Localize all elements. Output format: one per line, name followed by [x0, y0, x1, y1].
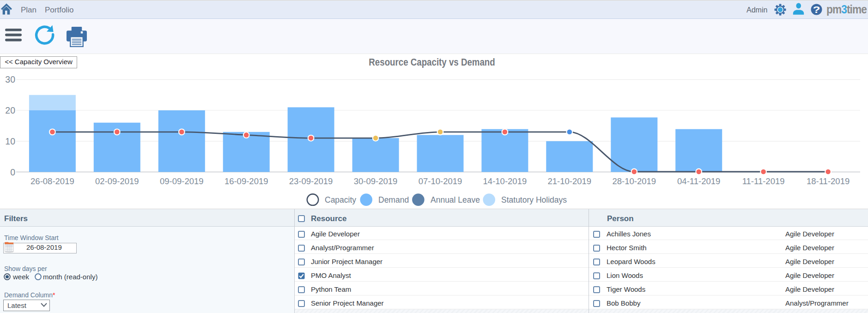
svg-text:30-09-2019: 30-09-2019 — [354, 176, 398, 186]
svg-text:Capacity: Capacity — [325, 195, 356, 205]
svg-text:16-09-2019: 16-09-2019 — [225, 176, 268, 186]
svg-text:26-08-2019: 26-08-2019 — [30, 176, 74, 186]
svg-text:23-09-2019: 23-09-2019 — [289, 176, 333, 186]
svg-text:14-10-2019: 14-10-2019 — [483, 176, 527, 186]
svg-text:?: ? — [813, 4, 820, 15]
svg-text:21-10-2019: 21-10-2019 — [547, 176, 591, 186]
svg-text:Statutory Holidays: Statutory Holidays — [501, 195, 567, 205]
svg-text:Annual Leave: Annual Leave — [431, 195, 480, 205]
svg-text:10: 10 — [5, 136, 15, 146]
svg-text:09-09-2019: 09-09-2019 — [160, 176, 204, 186]
svg-text:28-10-2019: 28-10-2019 — [612, 176, 656, 186]
svg-text:20: 20 — [5, 105, 15, 115]
svg-text:30: 30 — [5, 74, 15, 84]
svg-text:11-11-2019: 11-11-2019 — [742, 176, 785, 186]
svg-text:07-10-2019: 07-10-2019 — [419, 176, 462, 186]
svg-text:18-11-2019: 18-11-2019 — [807, 176, 850, 186]
svg-text:Demand: Demand — [378, 195, 409, 205]
svg-text:04-11-2019: 04-11-2019 — [677, 176, 720, 186]
svg-text:02-09-2019: 02-09-2019 — [95, 176, 139, 186]
svg-text:0: 0 — [10, 167, 15, 177]
